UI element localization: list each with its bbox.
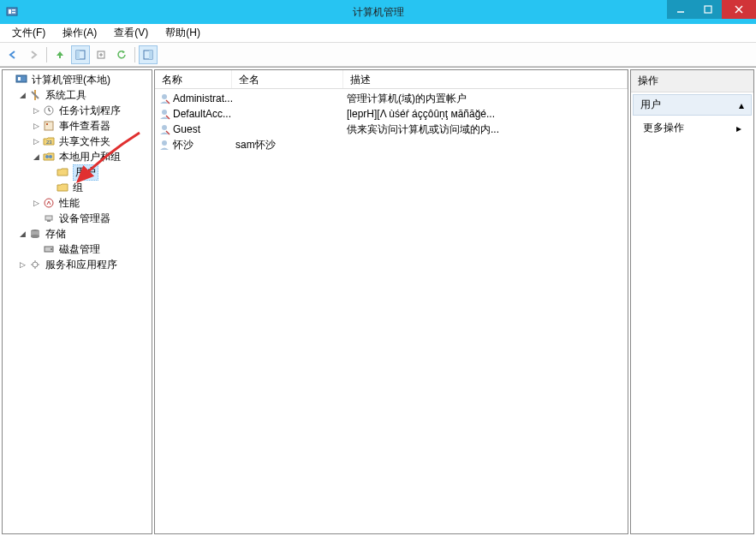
close-button[interactable] [722,0,756,19]
svg-rect-0 [7,8,17,15]
actions-header: 操作 [631,70,753,92]
toolbar-separator [134,47,135,63]
svg-rect-2 [12,9,15,11]
cell-name: DefaultAcc... [173,108,231,120]
tree-root[interactable]: 计算机管理(本地) [3,72,152,87]
menu-file[interactable]: 文件(F) [3,24,54,42]
list-body[interactable]: Administrat... 管理计算机(域)的内置帐户 DefaultAcc.… [155,89,628,533]
refresh-button[interactable] [112,45,131,64]
tools-icon [28,88,42,102]
export-button[interactable] [92,45,110,64]
expand-icon[interactable]: ▷ [30,197,42,209]
collapse-icon[interactable]: ◢ [16,89,28,101]
tree-label: 共享文件夹 [59,134,110,149]
users-folder-icon [42,150,56,164]
svg-rect-24 [47,220,51,222]
list-panel: 名称 全名 描述 Administrat... 管理计算机(域)的内置帐户 De… [154,69,628,534]
tree-label: 设备管理器 [59,211,110,226]
svg-point-32 [162,110,167,115]
tree-system-tools[interactable]: ◢ 系统工具 [3,87,152,103]
menu-help[interactable]: 帮助(H) [157,24,209,42]
svg-rect-18 [46,123,48,125]
list-row[interactable]: Guest 供来宾访问计算机或访问域的内... [155,122,628,137]
titlebar: 计算机管理 [0,0,756,24]
svg-point-20 [45,155,49,158]
cell-name: 怀沙 [173,138,193,152]
shared-folder-icon: 23 [42,134,56,148]
back-button[interactable] [3,45,22,64]
cell-description: 管理计算机(域)的内置帐户 [343,92,628,106]
tree-event-viewer[interactable]: ▷ 事件查看器 [3,118,152,134]
collapse-icon[interactable] [3,74,15,86]
tree-storage[interactable]: ◢ 存储 [3,226,152,241]
svg-point-29 [51,248,52,250]
tree-device-manager[interactable]: 设备管理器 [3,211,152,226]
svg-rect-23 [45,216,52,220]
tree-panel[interactable]: 计算机管理(本地) ◢ 系统工具 ▷ 任务计划程序 ▷ 事件查看器 ▷ 23 共… [2,69,152,534]
svg-rect-3 [12,12,15,14]
svg-point-30 [33,262,38,267]
tree-label: 性能 [59,196,80,211]
app-icon [5,5,19,19]
list-row[interactable]: Administrat... 管理计算机(域)的内置帐户 [155,91,628,106]
cell-fullname: sam怀沙 [232,138,343,152]
list-row[interactable]: 怀沙 sam怀沙 [155,137,628,152]
column-fullname[interactable]: 全名 [232,70,343,88]
user-icon [158,92,170,104]
tree-local-users[interactable]: ◢ 本地用户和组 [3,149,152,164]
disk-icon [42,242,56,256]
actions-section-users[interactable]: 用户 ▴ [633,94,752,116]
cell-name: Guest [173,123,200,135]
svg-text:23: 23 [46,140,52,145]
tree-label: 服务和应用程序 [45,258,117,272]
svg-point-34 [162,140,167,146]
storage-icon [28,227,42,241]
minimize-button[interactable] [667,0,694,19]
column-name[interactable]: 名称 [155,70,232,88]
menu-view[interactable]: 查看(V) [105,24,157,42]
svg-rect-13 [16,75,27,82]
view-button-2[interactable] [139,45,158,64]
view-button-1[interactable] [71,45,90,64]
svg-rect-5 [705,6,711,13]
tree-label: 组 [73,181,83,195]
list-header: 名称 全名 描述 [155,70,628,89]
tree-label: 任务计划程序 [59,104,121,118]
tree-disk-management[interactable]: 磁盘管理 [3,241,152,257]
actions-more-label: 更多操作 [643,121,684,135]
forward-button[interactable] [24,45,43,64]
tree-label: 用户 [73,164,98,181]
expand-icon[interactable]: ▷ [30,135,42,147]
tree-label: 系统工具 [45,88,86,103]
expand-icon[interactable]: ▷ [30,120,42,132]
tree-users[interactable]: 用户 [3,164,152,180]
user-icon [158,139,170,151]
actions-more[interactable]: 更多操作 ▸ [631,117,753,139]
performance-icon [42,196,56,210]
svg-point-27 [31,235,39,238]
tree-services-apps[interactable]: ▷ 服务和应用程序 [3,257,152,272]
tree-label: 存储 [45,227,66,241]
list-row[interactable]: DefaultAcc... [leprH][Λ ùśéŕ áççôûņţ мāñ… [155,106,628,122]
expand-icon[interactable]: ▷ [30,104,42,116]
tree-label: 事件查看器 [59,119,110,134]
device-icon [42,211,56,225]
user-icon [158,108,170,120]
cell-description: [leprH][Λ ùśéŕ áççôûņţ мāñāğé... [343,108,628,120]
main-area: 计算机管理(本地) ◢ 系统工具 ▷ 任务计划程序 ▷ 事件查看器 ▷ 23 共… [0,67,756,536]
tree-shared-folders[interactable]: ▷ 23 共享文件夹 [3,134,152,149]
expand-icon[interactable]: ▷ [16,259,28,271]
collapse-icon[interactable]: ◢ [16,228,28,240]
toolbar-separator [46,47,47,63]
collapse-icon[interactable]: ◢ [30,151,42,163]
menu-action[interactable]: 操作(A) [54,24,105,42]
column-description[interactable]: 描述 [343,70,628,88]
tree-groups[interactable]: 组 [3,180,152,195]
toolbar [0,43,756,67]
cell-description: 供来宾访问计算机或访问域的内... [343,122,628,137]
tree-performance[interactable]: ▷ 性能 [3,195,152,211]
maximize-button[interactable] [694,0,722,19]
actions-panel: 操作 用户 ▴ 更多操作 ▸ [630,69,754,534]
up-button[interactable] [51,45,69,64]
tree-task-scheduler[interactable]: ▷ 任务计划程序 [3,103,152,118]
